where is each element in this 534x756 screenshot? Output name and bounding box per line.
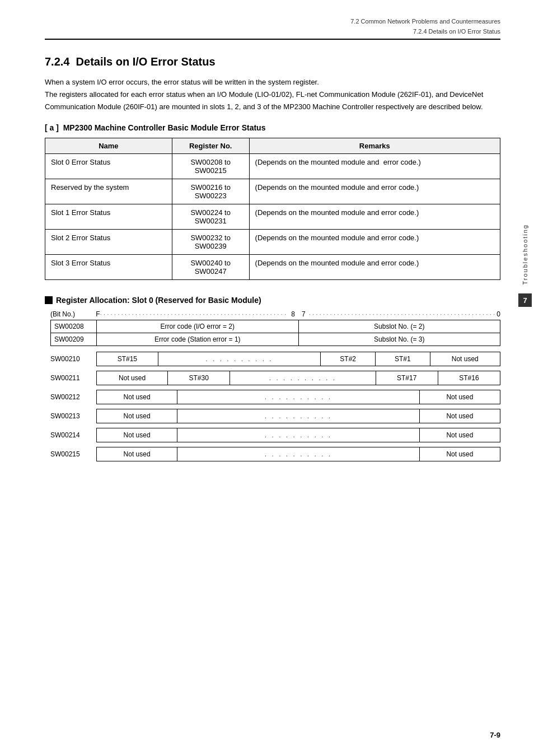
cell-register: SW00232 toSW00239 (172, 230, 249, 255)
cell-name: Reserved by the system (45, 179, 172, 204)
black-square-icon (45, 296, 53, 304)
sw00208-label: SW00208 (51, 320, 97, 333)
sw00213-notused-right: Not used (419, 409, 500, 423)
cell-remarks: (Depends on the mounted module and error… (249, 204, 500, 230)
table-row: Slot 0 Error Status SW00208 toSW00215 (D… (45, 154, 500, 179)
col-name: Name (45, 138, 172, 154)
bit-7-label: 7 (302, 310, 306, 318)
bit-dots-left: ········································… (100, 310, 288, 318)
bit-8-label: 8 (291, 310, 295, 318)
sw00213-notused-left: Not used (97, 409, 177, 423)
sw00213-dots: . . . . . . . . . . (177, 409, 420, 423)
sw00214-dots: . . . . . . . . . . (177, 428, 420, 442)
bit-no-label: (Bit No.) (50, 310, 93, 318)
page-header: 7.2 Common Network Problems and Counterm… (45, 17, 500, 36)
sw00211-dots: . . . . . . . . . . (230, 371, 376, 385)
sw00215-table: Not used . . . . . . . . . . Not used (96, 447, 500, 461)
sw00211-label: SW00211 (50, 374, 96, 382)
sw00212-notused-left: Not used (97, 390, 177, 404)
sw00210-notused: Not used (430, 352, 500, 366)
sw00212-dots: . . . . . . . . . . (177, 390, 420, 404)
sw00211-st16: ST#16 (438, 371, 500, 385)
cell-remarks: (Depends on the mounted module and error… (249, 255, 500, 280)
sw00208-right-cell: Subslot No. (= 2) (299, 320, 500, 333)
sw00211-st17: ST#17 (376, 371, 438, 385)
col-remarks: Remarks (249, 138, 500, 154)
sidebar-troubleshooting-label: Troubleshooting (522, 224, 528, 284)
cell-register: SW00208 toSW00215 (172, 154, 249, 179)
cell-remarks: (Depends on the mounted module and error… (249, 230, 500, 255)
sidebar-number: 7 (518, 293, 532, 307)
sw00210-dots: . . . . . . . . . . (158, 352, 321, 366)
cell-register: SW00216 toSW00223 (172, 179, 249, 204)
right-sidebar: Troubleshooting 7 (516, 224, 534, 307)
sw00210-st2: ST#2 (321, 352, 376, 366)
sw00211-table: Not used ST#30 . . . . . . . . . . ST#17… (96, 371, 500, 385)
intro-text: When a system I/O error occurs, the erro… (45, 76, 500, 113)
sw00213-table: Not used . . . . . . . . . . Not used (96, 409, 500, 423)
bit-f-label: F (96, 310, 100, 318)
cell-remarks: (Depends on the mounted module and error… (249, 154, 500, 179)
cell-register: SW00240 toSW00247 (172, 255, 249, 280)
sw00210-label: SW00210 (50, 355, 96, 363)
sw00211-st30: ST#30 (168, 371, 230, 385)
cell-name: Slot 2 Error Status (45, 230, 172, 255)
sw00210-st15: ST#15 (97, 352, 158, 366)
cell-register: SW00224 toSW00231 (172, 204, 249, 230)
cell-name: Slot 0 Error Status (45, 154, 172, 179)
bit-0-label: 0 (496, 310, 500, 318)
sw00210-table: ST#15 . . . . . . . . . . ST#2 ST#1 Not … (96, 352, 500, 366)
intro-line1: When a system I/O error occurs, the erro… (45, 76, 500, 88)
page: 7.2 Common Network Problems and Counterm… (0, 0, 534, 756)
subsection-a-title: [ a ] MP2300 Machine Controller Basic Mo… (45, 123, 500, 132)
header-divider (45, 39, 500, 40)
intro-line2: The registers allocated for each error s… (45, 88, 500, 113)
section-title: 7.2.4 Details on I/O Error Status (45, 55, 500, 68)
page-number: 7-9 (490, 731, 500, 739)
sw00209-right-cell: Subslot No. (= 3) (299, 333, 500, 346)
sw00209-label: SW00209 (51, 333, 97, 346)
sw00209-left-cell: Error code (Station error = 1) (97, 333, 299, 346)
header-line2: 7.2.4 Details on I/O Error Status (45, 27, 500, 37)
table-row: Reserved by the system SW00216 toSW00223… (45, 179, 500, 204)
reg-alloc-title: Register Allocation: Slot 0 (Reserved fo… (45, 296, 500, 305)
sw00215-notused-left: Not used (97, 447, 177, 461)
sw00212-table: Not used . . . . . . . . . . Not used (96, 390, 500, 404)
sw00214-notused-right: Not used (419, 428, 500, 442)
sw00210-st1: ST#1 (375, 352, 430, 366)
sw00212-label: SW00212 (50, 393, 96, 401)
table-row: Slot 1 Error Status SW00224 toSW00231 (D… (45, 204, 500, 230)
sw00215-label: SW00215 (50, 450, 96, 458)
sw00208-left-cell: Error code (I/O error = 2) (97, 320, 299, 333)
sw00214-label: SW00214 (50, 431, 96, 439)
sw00211-notused: Not used (97, 371, 168, 385)
cell-remarks: (Depends on the mounted module and error… (249, 179, 500, 204)
table-row: Slot 2 Error Status SW00232 toSW00239 (D… (45, 230, 500, 255)
register-diagram: (Bit No.) F ····························… (50, 310, 500, 461)
sw00215-notused-right: Not used (419, 447, 500, 461)
sw00215-dots: . . . . . . . . . . (177, 447, 420, 461)
sw00212-notused-right: Not used (419, 390, 500, 404)
bit-dots-right: ········································… (309, 310, 497, 318)
header-line1: 7.2 Common Network Problems and Counterm… (45, 17, 500, 27)
col-register: Register No. (172, 138, 249, 154)
table-row: Slot 3 Error Status SW00240 toSW00247 (D… (45, 255, 500, 280)
sw00214-table: Not used . . . . . . . . . . Not used (96, 428, 500, 442)
main-table: Name Register No. Remarks Slot 0 Error S… (45, 138, 500, 280)
cell-name: Slot 3 Error Status (45, 255, 172, 280)
sw00214-notused-left: Not used (97, 428, 177, 442)
sw00213-label: SW00213 (50, 412, 96, 420)
cell-name: Slot 1 Error Status (45, 204, 172, 230)
